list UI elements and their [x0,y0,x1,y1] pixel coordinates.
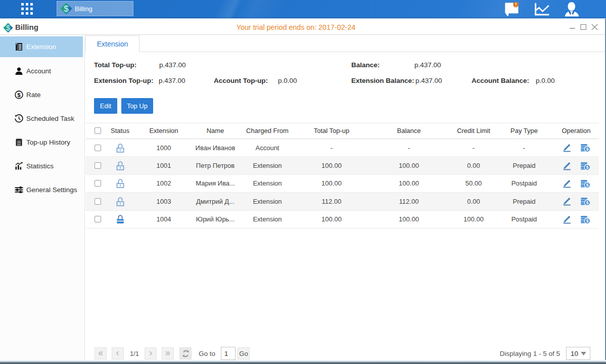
svg-text:$: $ [586,183,588,188]
svg-text:$: $ [586,218,588,223]
svg-text:$: $ [64,4,69,14]
svg-text:$: $ [586,147,588,152]
svg-text:$: $ [17,92,21,98]
svg-text:$: $ [586,201,588,206]
svg-text:$: $ [586,165,588,170]
